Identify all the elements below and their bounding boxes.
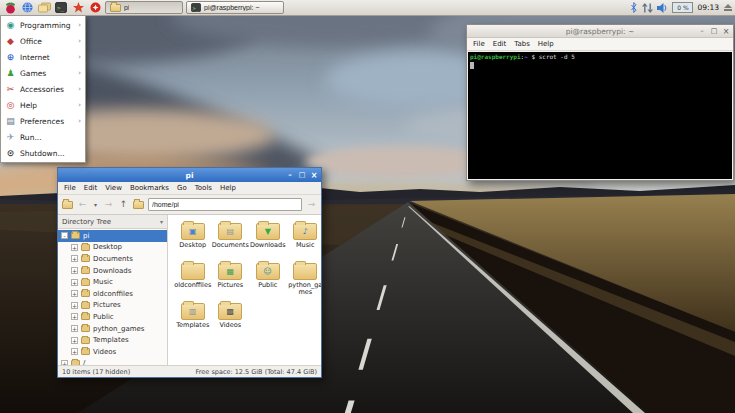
history-dropdown-icon[interactable]: ▾ [92, 200, 99, 209]
tree-item-pictures[interactable]: Pictures [58, 300, 167, 312]
back-icon[interactable]: ← [77, 200, 88, 209]
tree-item-root[interactable]: / [58, 358, 167, 365]
close-button[interactable] [721, 26, 731, 36]
collapse-icon[interactable] [61, 232, 68, 239]
home-icon[interactable] [133, 201, 144, 209]
tree-item-oldconffiles[interactable]: oldconffiles [58, 288, 167, 300]
terminal-titlebar[interactable]: pi@raspberrypi: ~ [467, 25, 733, 38]
terminal-icon: >_ [191, 3, 201, 12]
maximize-button[interactable] [297, 170, 307, 180]
menu-item-accessories[interactable]: Accessories [1, 81, 85, 97]
fm-titlebar[interactable]: pi [58, 168, 321, 182]
minimize-button[interactable] [285, 170, 295, 180]
menu-item-shutdown[interactable]: Shutdown... [1, 145, 85, 161]
folder-icon [81, 244, 90, 251]
file-documents[interactable]: Documents [212, 219, 250, 259]
terminal-screen[interactable]: pi@raspberrypi:~ $ scrot -d 5 [468, 52, 732, 179]
help-icon [5, 100, 16, 111]
file-templates[interactable]: Templates [174, 299, 212, 339]
sidebar-mode-select[interactable]: Directory Tree ▾ [58, 215, 167, 229]
file-pictures[interactable]: Pictures [212, 259, 250, 299]
file-videos[interactable]: Videos [212, 299, 250, 339]
menu-item-internet[interactable]: Internet [1, 49, 85, 65]
close-button[interactable] [309, 170, 319, 180]
menu-item-help[interactable]: Help [1, 97, 85, 113]
bluetooth-icon[interactable] [630, 0, 638, 17]
mathematica-launcher[interactable] [71, 1, 85, 15]
prompt-user: pi@raspberrypi [470, 53, 521, 60]
tree-label: Desktop [93, 243, 122, 251]
network-arrows-icon[interactable] [642, 0, 653, 17]
tree-item-documents[interactable]: Documents [58, 253, 167, 265]
path-input[interactable] [148, 198, 302, 211]
expand-icon[interactable] [71, 279, 78, 286]
menu-item-office[interactable]: Office [1, 33, 85, 49]
tree-item-templates[interactable]: Templates [58, 334, 167, 346]
fm-toolbar: ← ▾ → ↑ → [58, 195, 321, 215]
menu-go[interactable]: Go [177, 184, 187, 192]
taskbar-window-pi[interactable]: pi [105, 1, 183, 14]
menu-edit[interactable]: Edit [84, 184, 98, 192]
menu-item-run[interactable]: Run... [1, 129, 85, 145]
maximize-button[interactable] [709, 26, 719, 36]
menu-help[interactable]: Help [220, 184, 236, 192]
expand-icon[interactable] [71, 244, 78, 251]
web-browser-launcher[interactable] [20, 1, 34, 15]
new-tab-icon[interactable] [62, 201, 73, 209]
menu-item-programming[interactable]: Programming [1, 17, 85, 33]
tree-item-desktop[interactable]: Desktop [58, 242, 167, 254]
file-python-games[interactable]: python_games [287, 259, 322, 299]
expand-icon[interactable] [71, 325, 78, 332]
folder-icon [256, 263, 280, 280]
taskbar-window-terminal[interactable]: >_ pi@raspberrypi: ~ [186, 1, 284, 14]
cpu-monitor[interactable]: 0 % [672, 2, 693, 13]
desktop: >_ pi >_ pi@raspberrypi: ~ [0, 0, 735, 413]
file-public[interactable]: Public [249, 259, 287, 299]
expand-icon[interactable] [71, 267, 78, 274]
desktop-emblem-icon [182, 224, 204, 239]
clock[interactable]: 09:13 [697, 3, 719, 12]
office-icon [5, 36, 16, 47]
menu-button[interactable] [3, 1, 17, 15]
menu-tools[interactable]: Tools [195, 184, 212, 192]
menu-item-preferences[interactable]: Preferences [1, 113, 85, 129]
file-oldconffiles[interactable]: oldconffiles [174, 259, 212, 299]
go-icon[interactable]: → [306, 200, 317, 209]
tree-item-downloads[interactable]: Downloads [58, 265, 167, 277]
folder-icon [181, 263, 205, 280]
expand-icon[interactable] [71, 348, 78, 355]
terminal-launcher[interactable]: >_ [54, 1, 68, 15]
file-manager-launcher[interactable] [37, 1, 51, 15]
minimize-button[interactable] [697, 26, 707, 36]
menu-file[interactable]: File [64, 184, 76, 192]
volume-icon[interactable] [657, 0, 668, 17]
menu-item-games[interactable]: Games [1, 65, 85, 81]
file-desktop[interactable]: Desktop [174, 219, 212, 259]
wolfram-launcher[interactable] [88, 1, 102, 15]
expand-icon[interactable] [71, 337, 78, 344]
menu-file[interactable]: File [473, 40, 485, 48]
status-items-count: 10 items (17 hidden) [62, 368, 130, 376]
menu-edit[interactable]: Edit [493, 40, 507, 48]
status-free-space: Free space: 12.5 GiB (Total: 47.4 GiB) [196, 368, 317, 376]
file-downloads[interactable]: Downloads [249, 219, 287, 259]
taskbar-window-label: pi [124, 4, 129, 11]
tree-item-public[interactable]: Public [58, 311, 167, 323]
submenu-arrow-icon [78, 117, 81, 125]
tree-item-music[interactable]: Music [58, 276, 167, 288]
forward-icon[interactable]: → [103, 200, 114, 209]
menu-tabs[interactable]: Tabs [514, 40, 530, 48]
expand-icon[interactable] [71, 302, 78, 309]
eject-icon[interactable] [723, 4, 732, 11]
menu-bookmarks[interactable]: Bookmarks [130, 184, 169, 192]
tree-item-videos[interactable]: Videos [58, 346, 167, 358]
menu-view[interactable]: View [105, 184, 122, 192]
up-icon[interactable]: ↑ [118, 200, 129, 209]
file-music[interactable]: Music [287, 219, 322, 259]
expand-icon[interactable] [71, 313, 78, 320]
menu-help[interactable]: Help [538, 40, 554, 48]
expand-icon[interactable] [71, 255, 78, 262]
expand-icon[interactable] [71, 290, 78, 297]
tree-item-pi[interactable]: pi [58, 230, 167, 242]
tree-item-python-games[interactable]: python_games [58, 323, 167, 335]
